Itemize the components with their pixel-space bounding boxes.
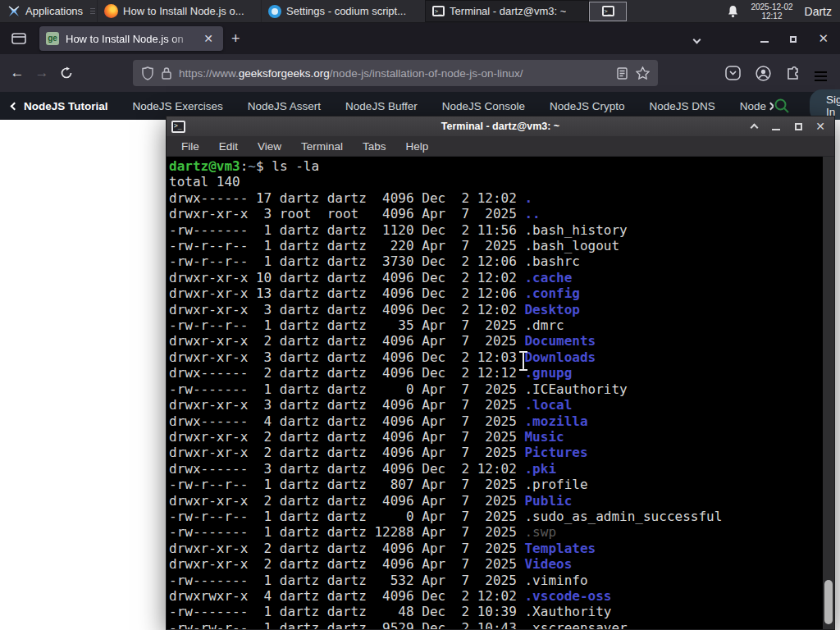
window-maximize-button[interactable] (790, 31, 797, 46)
clock-time: 12:12 (751, 11, 792, 21)
forward-button[interactable]: → (30, 61, 54, 85)
window-task-list: How to Install Node.js o...Settings - co… (97, 0, 589, 22)
taskbar-button-1[interactable]: How to Install Node.js o... (97, 0, 261, 22)
new-tab-button[interactable]: + (223, 29, 249, 49)
terminal-menu-view[interactable]: View (249, 138, 290, 155)
terminal-icon: >_ (432, 6, 445, 16)
terminal-line: drwxr-xr-x 2 dartz dartz 4096 Apr 7 2025… (169, 556, 821, 572)
terminal-minimize-button[interactable] (770, 121, 782, 132)
distro-logo-icon (7, 5, 21, 18)
terminal-line: drwxr-xr-x 2 dartz dartz 4096 Apr 7 2025… (169, 541, 821, 556)
list-all-tabs-icon[interactable] (694, 31, 700, 46)
terminal-shade-button[interactable] (748, 121, 760, 132)
tab-title: How to Install Node.js on (66, 33, 194, 45)
url-bar[interactable]: https://www.geeksforgeeks.org/node-js/in… (133, 60, 658, 86)
tracking-shield-icon[interactable] (141, 66, 154, 80)
terminal-line: -rw------- 1 dartz dartz 532 Apr 7 2025 … (169, 573, 821, 588)
user-menu[interactable]: Dartz (805, 5, 832, 18)
url-text: https://www.geeksforgeeks.org/node-js/in… (179, 67, 610, 80)
terminal-line: drwxr-xr-x 3 dartz dartz 4096 Apr 7 2025… (169, 397, 821, 413)
terminal-line: -rw-r--r-- 1 dartz dartz 0 Apr 7 2025 .s… (169, 509, 821, 524)
search-icon[interactable] (774, 98, 790, 114)
geeksforgeeks-favicon: ge (46, 32, 59, 45)
taskbar-button-3[interactable]: >_Terminal - dartz@vm3: ~ (425, 0, 589, 22)
task-label: How to Install Node.js o... (123, 5, 244, 17)
panel-clock[interactable]: 2025-12-02 12:12 (751, 2, 792, 21)
terminal-line: drwxr-xr-x 10 dartz dartz 4096 Dec 2 12:… (169, 270, 821, 285)
terminal-line: drwx------ 3 dartz dartz 4096 Dec 2 12:0… (169, 461, 821, 477)
terminal-window-title: Terminal - dartz@vm3: ~ (167, 121, 834, 132)
menu-hamburger-icon[interactable] (815, 66, 827, 80)
terminal-line: drwxr-xr-x 13 dartz dartz 4096 Dec 2 12:… (169, 285, 821, 301)
terminal-line: drwx------ 17 dartz dartz 4096 Dec 2 12:… (169, 190, 821, 206)
window-close-button[interactable]: ✕ (818, 31, 829, 46)
terminal-line: drwxrwxr-x 4 dartz dartz 4096 Dec 2 12:0… (169, 588, 821, 604)
nav-item-node[interactable]: Node (740, 100, 774, 112)
task-label: Terminal - dartz@vm3: ~ (450, 5, 566, 17)
terminal-output: dartz@vm3:~$ ls -latotal 140drwx------ 1… (169, 158, 821, 629)
pocket-icon[interactable] (725, 66, 741, 80)
extensions-icon[interactable] (786, 66, 800, 80)
reload-button[interactable] (54, 61, 79, 85)
terminal-close-button[interactable]: ✕ (815, 121, 826, 132)
terminal-line: -rw-r--r-- 1 dartz dartz 220 Apr 7 2025 … (169, 238, 821, 253)
window-minimize-button[interactable] (760, 31, 769, 46)
browser-toolbar: ← → h (0, 54, 840, 92)
applications-menu-button[interactable]: Applications (0, 0, 90, 22)
terminal-line: -rw-r--r-- 1 dartz dartz 35 Apr 7 2025 .… (169, 317, 821, 333)
reader-mode-icon[interactable] (617, 67, 628, 80)
browser-tab-bar: ge How to Install Node.js on ✕ + ✕ (0, 23, 840, 54)
taskbar-button-2[interactable]: Settings - codium script... (261, 0, 425, 22)
terminal-scrollbar[interactable] (823, 157, 834, 629)
terminal-line: -rw-r--r-- 1 dartz dartz 807 Apr 7 2025 … (169, 477, 821, 492)
workspace-switcher[interactable]: >_ (589, 0, 627, 22)
terminal-line: -rw-rw-r-- 1 dartz dartz 9529 Dec 2 10:4… (169, 620, 821, 629)
terminal-line: -rw-r--r-- 1 dartz dartz 3730 Dec 2 12:0… (169, 253, 821, 269)
terminal-menu-edit[interactable]: Edit (211, 138, 246, 155)
nav-item-nodejs-dns[interactable]: NodeJS DNS (650, 100, 715, 112)
chevron-right-icon[interactable] (767, 102, 774, 110)
terminal-line: -rw------- 1 dartz dartz 12288 Apr 7 202… (169, 524, 821, 540)
nav-item-nodejs-crypto[interactable]: NodeJS Crypto (550, 100, 625, 112)
task-label: Settings - codium script... (286, 5, 406, 17)
applications-label: Applications (25, 5, 83, 17)
nav-item-nodejs-tutorial[interactable]: NodeJS Tutorial (11, 100, 108, 112)
terminal-line: -rw------- 1 dartz dartz 1120 Dec 2 11:5… (169, 222, 821, 238)
notification-bell-icon[interactable] (727, 5, 739, 18)
terminal-menu-file[interactable]: File (173, 138, 208, 155)
terminal-line: drwxr-xr-x 2 dartz dartz 4096 Apr 7 2025… (169, 333, 821, 349)
terminal-line: drwxr-xr-x 3 dartz dartz 4096 Dec 2 12:0… (169, 349, 821, 365)
firefox-view-button[interactable] (7, 28, 31, 49)
nav-item-nodejs-buffer[interactable]: NodeJS Buffer (345, 100, 418, 112)
terminal-line: drwxr-xr-x 3 dartz dartz 4096 Dec 2 12:0… (169, 302, 821, 317)
terminal-line: dartz@vm3:~$ ls -la (169, 158, 821, 174)
terminal-window: >_ Terminal - dartz@vm3: ~ ✕ FileEditVie… (166, 116, 835, 630)
desktop: Applications How to Install Node.js o...… (0, 0, 840, 630)
terminal-scrollbar-thumb[interactable] (824, 580, 833, 624)
bookmark-star-icon[interactable] (636, 66, 650, 80)
terminal-line: drwxr-xr-x 2 dartz dartz 4096 Apr 7 2025… (169, 493, 821, 509)
firefox-icon (104, 4, 118, 18)
terminal-line: total 140 (169, 174, 821, 189)
account-icon[interactable] (756, 66, 771, 81)
nav-item-nodejs-assert[interactable]: NodeJS Assert (248, 100, 321, 112)
nav-item-nodejs-exercises[interactable]: NodeJS Exercises (133, 100, 223, 112)
panel-separator (90, 0, 95, 22)
terminal-window-thumbnail-icon: >_ (602, 6, 614, 16)
terminal-menu-tabs[interactable]: Tabs (354, 138, 395, 155)
tab-close-icon[interactable]: ✕ (200, 31, 217, 46)
terminal-title-bar[interactable]: >_ Terminal - dartz@vm3: ~ ✕ (167, 116, 834, 136)
terminal-line: -rw------- 1 dartz dartz 48 Dec 2 10:39 … (169, 604, 821, 619)
terminal-menu-bar: FileEditViewTerminalTabsHelp (167, 136, 834, 157)
lock-icon[interactable] (161, 66, 172, 80)
terminal-maximize-button[interactable] (792, 121, 804, 132)
terminal-menu-help[interactable]: Help (398, 138, 437, 155)
terminal-line: drwx------ 2 dartz dartz 4096 Dec 2 12:1… (169, 365, 821, 381)
terminal-menu-terminal[interactable]: Terminal (293, 138, 351, 155)
terminal-content[interactable]: dartz@vm3:~$ ls -latotal 140drwx------ 1… (167, 157, 834, 629)
nav-item-nodejs-console[interactable]: NodeJS Console (442, 100, 525, 112)
browser-tab-active[interactable]: ge How to Install Node.js on ✕ (39, 26, 223, 51)
workspace-1[interactable]: >_ (589, 2, 627, 21)
back-button[interactable]: ← (5, 61, 30, 85)
terminal-line: drwx------ 4 dartz dartz 4096 Apr 7 2025… (169, 413, 821, 429)
